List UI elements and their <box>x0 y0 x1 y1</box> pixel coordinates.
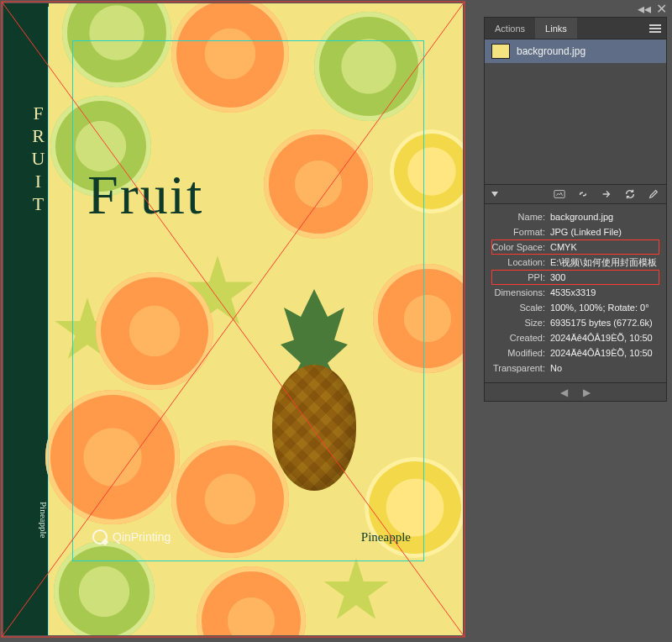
cover-title: Fruit <box>87 163 203 227</box>
prev-link-icon[interactable]: ◀ <box>560 387 568 398</box>
goto-link-icon[interactable] <box>601 188 612 200</box>
meta-value-scale: 100%, 100%; Rotate: 0° <box>550 303 659 313</box>
meta-label: Modified: <box>491 348 550 358</box>
links-panel-toolbar <box>485 184 666 204</box>
meta-row-location: Location: E:\视频\如何使用封面模板 <box>491 255 659 270</box>
links-panel: Actions Links background.jpg Name: <box>484 17 667 402</box>
meta-row-size: Size: 6935175 bytes (6772.6k) <box>491 315 659 330</box>
meta-row-format: Format: JPG (Linked File) <box>491 224 659 239</box>
next-link-icon[interactable]: ▶ <box>583 387 591 398</box>
spine-subtitle: Pineapple <box>3 502 49 538</box>
svg-rect-3 <box>554 191 564 198</box>
link-filename: background.jpg <box>517 45 585 57</box>
collapse-panel-icon[interactable]: ◂◂ <box>638 3 650 14</box>
decoration-pineapple <box>255 289 373 499</box>
document-canvas[interactable]: FRUIT Pineapple Fruit Pineapple QinPrint… <box>0 0 475 642</box>
panel-footer-nav: ◀ ▶ <box>485 382 666 401</box>
meta-label: Format: <box>491 227 550 237</box>
meta-value-transparent: No <box>550 363 659 373</box>
meta-value-format: JPG (Linked File) <box>550 227 659 237</box>
panel-gutter <box>475 0 484 642</box>
disclosure-triangle-icon[interactable] <box>491 192 498 197</box>
link-thumbnail-icon <box>491 44 510 59</box>
meta-label: Location: <box>491 257 550 267</box>
cover-spine: FRUIT Pineapple <box>3 3 49 635</box>
links-list-empty-area[interactable] <box>485 63 666 184</box>
logo-mark-icon <box>92 529 108 545</box>
meta-row-dimensions: Dimensions: 4535x3319 <box>491 285 659 300</box>
meta-row-colorspace: Color Space: CMYK <box>491 239 659 255</box>
meta-row-ppi: PPI: 300 <box>491 270 659 285</box>
meta-value-location: E:\视频\如何使用封面模板 <box>550 256 659 269</box>
meta-label: Name: <box>491 212 550 222</box>
meta-value-name: background.jpg <box>550 212 659 222</box>
relink-cc-icon[interactable] <box>554 188 565 200</box>
meta-row-transparent: Transparent: No <box>491 360 659 376</box>
decoration-lime <box>314 12 423 121</box>
meta-value-dimensions: 4535x3319 <box>550 287 659 297</box>
tab-actions[interactable]: Actions <box>485 18 535 39</box>
meta-row-name: Name: background.jpg <box>491 209 659 224</box>
decoration-orange <box>171 3 289 113</box>
meta-value-size: 6935175 bytes (6772.6k) <box>550 318 659 328</box>
meta-label: Size: <box>491 318 550 328</box>
meta-value-modified: 2024Äê4ÔÂ19ÈÕ, 10:50 <box>550 348 659 358</box>
meta-row-created: Created: 2024Äê4ÔÂ19ÈÕ, 10:50 <box>491 330 659 345</box>
meta-label: Transparent: <box>491 363 550 373</box>
decoration-orange <box>96 272 213 390</box>
panel-dock-controls: ◂◂ ✕ <box>484 2 667 15</box>
spine-title: FRUIT <box>3 103 49 216</box>
meta-label: Scale: <box>491 303 550 313</box>
meta-label: Dimensions: <box>491 287 550 297</box>
update-link-icon[interactable] <box>624 188 636 200</box>
decoration-orange <box>264 129 373 239</box>
meta-label: PPI: <box>491 272 550 282</box>
meta-value-ppi: 300 <box>550 272 659 282</box>
publisher-logo: QinPrinting <box>92 529 171 545</box>
close-panel-icon[interactable]: ✕ <box>655 3 667 14</box>
panel-menu-icon[interactable] <box>649 24 661 33</box>
decoration-orange <box>45 390 180 524</box>
link-list-item[interactable]: background.jpg <box>485 39 666 63</box>
cover-subtitle: Pineapple <box>361 530 411 545</box>
panel-tab-bar: Actions Links <box>485 18 666 39</box>
page-artwork[interactable]: FRUIT Pineapple Fruit Pineapple QinPrint… <box>3 3 463 635</box>
decoration-starfruit <box>323 558 390 625</box>
edit-original-icon[interactable] <box>648 188 659 200</box>
logo-text: QinPrinting <box>113 530 171 544</box>
meta-row-scale: Scale: 100%, 100%; Rotate: 0° <box>491 300 659 315</box>
tab-links[interactable]: Links <box>535 18 577 39</box>
meta-label: Color Space: <box>491 242 550 252</box>
decoration-lime <box>54 541 155 635</box>
decoration-lime <box>62 3 171 87</box>
meta-value-created: 2024Äê4ÔÂ19ÈÕ, 10:50 <box>550 333 659 343</box>
meta-row-modified: Modified: 2024Äê4ÔÂ19ÈÕ, 10:50 <box>491 345 659 360</box>
meta-label: Created: <box>491 333 550 343</box>
relink-icon[interactable] <box>577 188 589 200</box>
decoration-lemon <box>390 129 463 213</box>
meta-value-colorspace: CMYK <box>550 242 659 252</box>
decoration-orange <box>197 566 306 635</box>
link-info-section: Name: background.jpg Format: JPG (Linked… <box>485 204 666 382</box>
decoration-orange <box>373 264 463 373</box>
